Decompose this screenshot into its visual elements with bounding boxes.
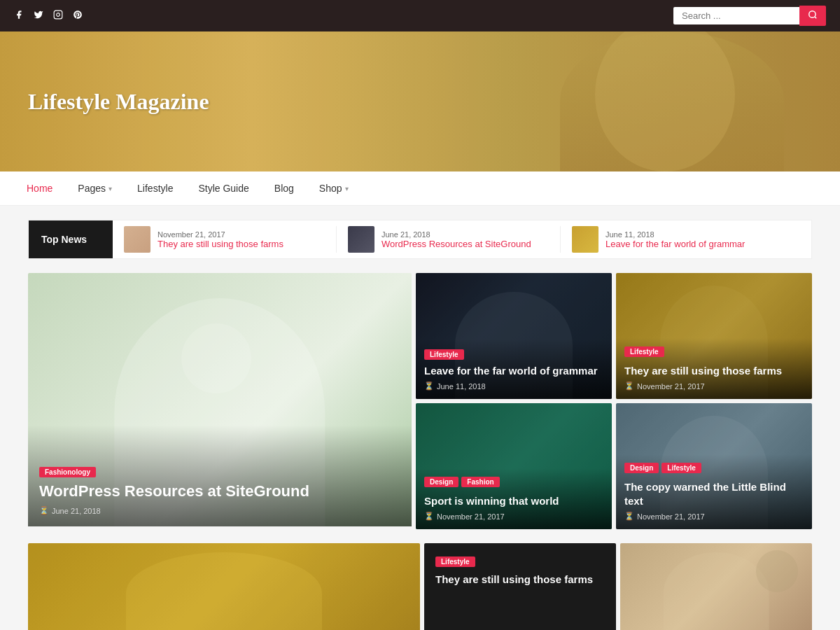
social-icons (14, 10, 83, 22)
card-3-tags: Design Fashion (424, 477, 603, 491)
card-small-3[interactable]: Design Fashion Sport is winning that wor… (416, 403, 612, 529)
site-title: Lifestyle Magazine (0, 75, 237, 129)
card-1-date: ⏳ June 11, 2018 (424, 382, 603, 391)
card-3-date: ⏳ November 21, 2017 (424, 512, 603, 521)
ticker-title-2: WordPress Resources at SiteGround (382, 239, 549, 249)
bottom-card-left[interactable] (28, 543, 420, 630)
card-4-category-lifestyle[interactable]: Lifestyle (662, 463, 701, 473)
card-2-tags: Lifestyle (624, 346, 804, 361)
nav-items: Home Pages ▾ Lifestyle Style Guide Blog … (14, 172, 361, 205)
large-card-date: ⏳ June 21, 2018 (39, 506, 400, 515)
bottom-cards-row: Lifestyle They are still using those far… (28, 543, 812, 630)
search-button[interactable] (799, 6, 826, 26)
clock-icon: ⏳ (624, 382, 634, 391)
instagram-icon[interactable] (53, 10, 63, 22)
nav-blog[interactable]: Blog (262, 172, 307, 205)
pinterest-icon[interactable] (73, 10, 83, 22)
card-4-date: ⏳ November 21, 2017 (624, 512, 804, 521)
bottom-mid-category[interactable]: Lifestyle (435, 556, 475, 567)
card-small-2[interactable]: Lifestyle They are still using those far… (616, 273, 812, 399)
news-ticker: November 21, 2017 They are still using t… (113, 226, 811, 253)
svg-line-3 (815, 17, 817, 19)
ticker-thumb-1 (124, 226, 150, 253)
card-1-overlay: Lifestyle Leave for the far world of gra… (416, 339, 612, 400)
ticker-item-2[interactable]: June 21, 2018 WordPress Resources at Sit… (337, 226, 561, 253)
main-nav: Home Pages ▾ Lifestyle Style Guide Blog … (0, 172, 840, 206)
svg-rect-0 (54, 10, 62, 19)
card-4-tags: Design Lifestyle (624, 463, 804, 477)
card-3-overlay: Design Fashion Sport is winning that wor… (416, 468, 612, 530)
twitter-icon[interactable] (34, 10, 43, 22)
featured-large-card[interactable]: Fashionology WordPress Resources at Site… (28, 273, 412, 529)
card-2-overlay: Lifestyle They are still using those far… (616, 338, 812, 400)
bottom-mid-title: They are still using those farms (435, 573, 605, 587)
clock-icon: ⏳ (624, 512, 634, 521)
ticker-date-1: November 21, 2017 (158, 230, 325, 239)
top-news-label: Top News (29, 220, 113, 258)
top-bar (0, 0, 840, 31)
nav-home[interactable]: Home (14, 172, 65, 205)
card-small-2-image: Lifestyle They are still using those far… (616, 273, 812, 399)
card-small-4-image: Design Lifestyle The copy warned the Lit… (616, 403, 812, 529)
card-4-category-design[interactable]: Design (624, 463, 659, 473)
clock-icon: ⏳ (424, 382, 434, 391)
nav-style-guide[interactable]: Style Guide (186, 172, 261, 205)
search-input[interactable] (673, 7, 799, 24)
card-3-category-fashion[interactable]: Fashion (461, 477, 499, 487)
card-small-4[interactable]: Design Lifestyle The copy warned the Lit… (616, 403, 812, 529)
bottom-card-mid[interactable]: Lifestyle They are still using those far… (424, 543, 616, 630)
card-2-category-lifestyle[interactable]: Lifestyle (624, 346, 664, 357)
ticker-date-3: June 11, 2018 (606, 230, 774, 239)
hero-banner: Lifestyle Magazine (0, 31, 840, 172)
ticker-item-1[interactable]: November 21, 2017 They are still using t… (113, 226, 337, 253)
facebook-icon[interactable] (14, 10, 24, 22)
ticker-title-1: They are still using those farms (158, 239, 325, 249)
large-card-title: WordPress Resources at SiteGround (39, 482, 400, 502)
card-2-title: They are still using those farms (624, 364, 804, 378)
ticker-date-2: June 21, 2018 (382, 230, 549, 239)
featured-grid: Fashionology WordPress Resources at Site… (28, 273, 812, 529)
ticker-title-3: Leave for the far world of grammar (606, 239, 774, 249)
ticker-content-2: June 21, 2018 WordPress Resources at Sit… (382, 230, 549, 249)
svg-point-2 (809, 11, 816, 18)
card-3-title: Sport is winning that world (424, 494, 603, 508)
card-small-1[interactable]: Lifestyle Leave for the far world of gra… (416, 273, 612, 399)
card-1-title: Leave for the far world of grammar (424, 364, 603, 378)
bottom-card-right[interactable] (620, 543, 812, 630)
card-4-title: The copy warned the Little Blind text (624, 480, 804, 507)
bottom-section: Lifestyle They are still using those far… (28, 543, 812, 630)
search-bar (673, 6, 826, 26)
top-news-bar: Top News November 21, 2017 They are stil… (28, 220, 812, 259)
card-4-overlay: Design Lifestyle The copy warned the Lit… (616, 454, 812, 529)
card-2-date: ⏳ November 21, 2017 (624, 382, 804, 391)
clock-icon: ⏳ (424, 512, 434, 521)
main-content: Fashionology WordPress Resources at Site… (28, 273, 812, 529)
ticker-thumb-2 (348, 226, 374, 253)
large-card-category[interactable]: Fashionology (39, 467, 96, 477)
ticker-content-1: November 21, 2017 They are still using t… (158, 230, 325, 249)
ticker-thumb-3 (572, 226, 598, 253)
ticker-item-3[interactable]: June 11, 2018 Leave for the far world of… (561, 226, 785, 253)
card-1-category[interactable]: Lifestyle (424, 349, 464, 360)
nav-shop[interactable]: Shop ▾ (307, 172, 361, 205)
featured-large-image: Fashionology WordPress Resources at Site… (28, 273, 412, 526)
ticker-content-3: June 11, 2018 Leave for the far world of… (606, 230, 774, 249)
card-small-3-image: Design Fashion Sport is winning that wor… (416, 403, 612, 529)
card-small-1-image: Lifestyle Leave for the far world of gra… (416, 273, 612, 399)
nav-pages[interactable]: Pages ▾ (65, 172, 125, 205)
card-3-category-design[interactable]: Design (424, 477, 458, 487)
nav-lifestyle[interactable]: Lifestyle (125, 172, 186, 205)
clock-icon: ⏳ (39, 506, 49, 515)
